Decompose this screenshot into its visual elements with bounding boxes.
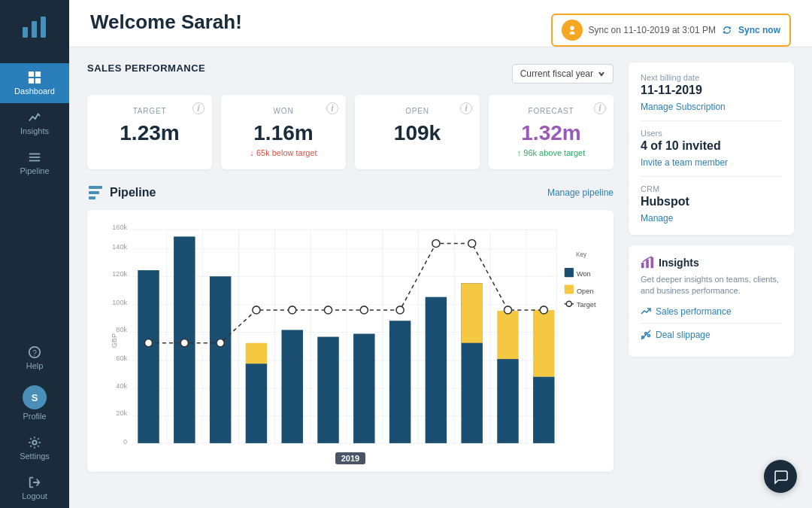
bar-jul-won <box>353 333 374 443</box>
target-point <box>253 306 260 314</box>
manage-pipeline-link[interactable]: Manage pipeline <box>547 187 614 198</box>
users-value: 4 of 10 invited <box>641 139 782 153</box>
svg-text:Open: Open <box>577 287 593 295</box>
insights-card-title: Insights <box>659 257 699 269</box>
kpi-open-value: 109k <box>365 121 469 145</box>
pipeline-icon <box>87 184 104 201</box>
svg-rect-16 <box>89 196 95 199</box>
billing-date-label: Next billing date <box>641 73 782 82</box>
svg-text:MAR: MAR <box>214 447 228 448</box>
sales-section-title: SALES PERFORMANCE <box>87 62 205 74</box>
kpi-won-sub: ↓ 65k below target <box>232 148 335 157</box>
trend-icon <box>641 306 651 317</box>
svg-text:APR: APR <box>250 447 263 448</box>
info-icon-forecast: i <box>594 102 606 114</box>
app-logo <box>15 8 54 50</box>
svg-text:SEP: SEP <box>429 447 443 448</box>
sidebar-label-logout: Logout <box>22 491 47 500</box>
crm-manage-link[interactable]: Manage <box>641 213 673 224</box>
sidebar-label-insights: Insights <box>20 126 49 135</box>
svg-text:JUL: JUL <box>359 447 371 448</box>
chart-wrap: 0 20k 40k 60k 80k 100k 120k 140k 160k GB… <box>96 222 604 448</box>
info-icon-won: i <box>326 102 338 114</box>
kpi-won: i WON 1.16m ↓ 65k below target <box>221 95 346 169</box>
svg-rect-6 <box>35 78 41 84</box>
kpi-forecast-sub: ↑ 96k above target <box>499 148 603 157</box>
right-panel: Next billing date 11-11-2019 Manage Subs… <box>629 62 794 493</box>
sidebar-label-dashboard: Dashboard <box>14 87 55 96</box>
target-point <box>540 306 547 314</box>
svg-point-13 <box>570 26 574 30</box>
svg-text:120k: 120k <box>112 270 127 278</box>
svg-text:140k: 140k <box>112 243 127 251</box>
svg-rect-64 <box>641 263 644 268</box>
sync-badge: Sync on 11-10-2019 at 3:01 PM Sync now <box>551 14 791 47</box>
svg-text:GBP: GBP <box>111 333 118 348</box>
sidebar-item-profile[interactable]: S Profile <box>0 378 69 428</box>
bar-aug-won <box>389 321 411 443</box>
sidebar-label-profile: Profile <box>23 412 46 421</box>
year-badge: 2019 <box>335 452 365 464</box>
sidebar-item-settings[interactable]: Settings <box>0 428 69 468</box>
chart-container: 0 20k 40k 60k 80k 100k 120k 140k 160k GB… <box>87 210 614 472</box>
bar-jun-won <box>317 337 338 443</box>
sidebar-label-settings: Settings <box>20 452 50 461</box>
sync-now-button[interactable]: Sync now <box>738 25 780 35</box>
svg-rect-1 <box>32 21 37 38</box>
info-icon-open: i <box>460 102 472 114</box>
sidebar-item-help[interactable]: ? Help <box>0 338 69 378</box>
svg-text:JAN: JAN <box>142 447 154 448</box>
target-point <box>360 306 368 314</box>
manage-subscription-link[interactable]: Manage Subscription <box>641 102 726 112</box>
insights-deal-link[interactable]: Deal slippage <box>641 330 782 340</box>
bar-apr-won <box>246 364 267 443</box>
target-point <box>144 339 152 347</box>
svg-rect-65 <box>646 260 649 269</box>
svg-text:?: ? <box>32 348 37 357</box>
svg-text:Won: Won <box>577 270 591 278</box>
svg-text:NOV: NOV <box>501 447 515 448</box>
svg-rect-66 <box>651 257 654 268</box>
svg-rect-2 <box>41 17 46 38</box>
sidebar-item-dashboard[interactable]: Dashboard <box>0 63 69 103</box>
bar-nov-open <box>497 311 518 359</box>
billing-date-value: 11-11-2019 <box>641 84 782 97</box>
target-point <box>180 339 188 347</box>
legend-target-circle <box>566 301 571 306</box>
sidebar-label-pipeline: Pipeline <box>20 166 49 175</box>
svg-rect-0 <box>23 27 28 38</box>
svg-text:40k: 40k <box>116 382 127 390</box>
sidebar-item-logout[interactable]: Logout <box>0 468 69 508</box>
svg-text:80k: 80k <box>116 326 127 333</box>
kpi-forecast-label: FORECAST <box>499 107 603 115</box>
avatar: S <box>23 385 47 409</box>
target-line <box>149 243 544 342</box>
insights-sales-link[interactable]: Sales performance <box>641 306 782 317</box>
svg-rect-5 <box>29 78 34 84</box>
bar-nov-won <box>497 359 518 443</box>
sales-header-row: SALES PERFORMANCE Current fiscal year <box>87 62 614 84</box>
sidebar-item-insights[interactable]: Insights <box>0 103 69 143</box>
kpi-target: i TARGET 1.23m <box>87 95 212 169</box>
bar-oct-open <box>461 283 482 342</box>
kpi-open-label: OPEN <box>365 107 469 115</box>
crm-value: Hubspot <box>641 195 782 208</box>
svg-rect-3 <box>29 71 34 77</box>
svg-text:0: 0 <box>123 438 127 446</box>
svg-text:Target: Target <box>577 301 596 309</box>
svg-point-12 <box>32 440 36 444</box>
sync-icon <box>722 25 732 35</box>
insights-sales-label: Sales performance <box>656 306 732 317</box>
pipeline-header: Pipeline Manage pipeline <box>87 184 614 201</box>
legend-open-box <box>565 284 574 294</box>
sidebar: Dashboard Insights Pipeline ? Help S Pro… <box>0 0 69 508</box>
main-body: SALES PERFORMANCE Current fiscal year i … <box>69 47 812 508</box>
target-point <box>468 239 476 247</box>
svg-text:JUN: JUN <box>322 447 335 448</box>
chat-button[interactable] <box>764 460 797 493</box>
invite-link[interactable]: Invite a team member <box>641 157 728 168</box>
sidebar-item-pipeline[interactable]: Pipeline <box>0 143 69 183</box>
kpi-forecast: i FORECAST 1.32m ↑ 96k above target <box>489 95 614 169</box>
target-point <box>289 306 296 314</box>
fiscal-year-select[interactable]: Current fiscal year <box>512 64 614 84</box>
